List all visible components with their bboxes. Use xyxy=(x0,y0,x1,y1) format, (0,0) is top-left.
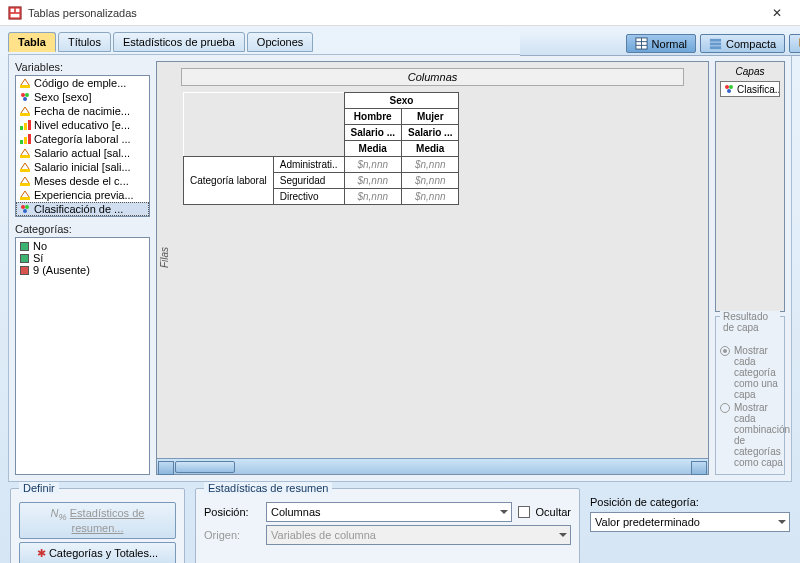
svg-rect-24 xyxy=(20,155,30,158)
tab-tabla[interactable]: Tabla xyxy=(8,32,56,52)
origen-label: Origen: xyxy=(204,529,260,541)
view-compacta-label: Compacta xyxy=(726,38,776,50)
ordinal-icon xyxy=(19,119,31,131)
svg-rect-2 xyxy=(16,8,20,12)
category-item[interactable]: No xyxy=(18,240,147,252)
nominal-icon xyxy=(19,203,31,215)
ordinal-icon xyxy=(19,133,31,145)
svg-rect-1 xyxy=(11,8,15,12)
stats-summary-button[interactable]: N% Estadísticos de resumen... xyxy=(19,502,176,539)
svg-rect-13 xyxy=(20,85,30,88)
scale-icon xyxy=(19,161,31,173)
horizontal-scrollbar[interactable] xyxy=(157,458,708,474)
svg-rect-9 xyxy=(710,43,721,46)
ocultar-checkbox[interactable] xyxy=(518,506,530,518)
layer-result-opt1[interactable]: Mostrar cada categoría como una capa xyxy=(720,345,780,400)
variable-item[interactable]: Nivel educativo [e... xyxy=(16,118,149,132)
layer-variable[interactable]: Clasifica... xyxy=(720,81,780,97)
variables-label: Variables: xyxy=(15,61,150,73)
category-item[interactable]: 9 (Ausente) xyxy=(18,264,147,276)
table-canvas[interactable]: Columnas Filas Sexo HombreMujer Salario … xyxy=(156,61,709,475)
layer-result-legend: Resultado de capa xyxy=(720,311,780,333)
svg-rect-3 xyxy=(11,13,20,17)
row-header-catlaboral: Categoría laboral xyxy=(184,157,274,205)
svg-point-31 xyxy=(725,85,729,89)
svg-point-14 xyxy=(21,93,25,97)
layer-result-fieldset: Resultado de capa Mostrar cada categoría… xyxy=(715,316,785,475)
svg-point-28 xyxy=(21,205,25,209)
category-color-icon xyxy=(20,266,29,275)
variable-item[interactable]: Fecha de nacimie... xyxy=(16,104,149,118)
svg-rect-23 xyxy=(28,134,31,144)
ocultar-label: Ocultar xyxy=(536,506,571,518)
layer-result-opt2[interactable]: Mostrar cada combinación de categorías c… xyxy=(720,402,780,468)
category-color-icon xyxy=(20,242,29,251)
scale-icon xyxy=(19,105,31,117)
variable-item-selected[interactable]: Clasificación de ... xyxy=(16,202,149,216)
categories-totals-button[interactable]: ✱ Categorías y Totales... xyxy=(19,542,176,563)
variable-item[interactable]: Código de emple... xyxy=(16,76,149,90)
svg-rect-21 xyxy=(20,140,23,144)
variable-item[interactable]: Meses desde el c... xyxy=(16,174,149,188)
category-item[interactable]: Sí xyxy=(18,252,147,264)
tab-opciones[interactable]: Opciones xyxy=(247,32,313,52)
view-normal-button[interactable]: Normal xyxy=(626,34,696,53)
posicion-select[interactable]: Columnas xyxy=(266,502,512,522)
col-header-sexo: Sexo xyxy=(344,93,459,109)
variable-item[interactable]: Experiencia previa... xyxy=(16,188,149,202)
svg-point-33 xyxy=(727,89,731,93)
summary-legend: Estadísticas de resumen xyxy=(204,482,332,494)
tab-titulos[interactable]: Títulos xyxy=(58,32,111,52)
nominal-icon xyxy=(19,91,31,103)
svg-rect-17 xyxy=(20,113,30,116)
posicion-label: Posición: xyxy=(204,506,260,518)
definir-fieldset: Definir N% Estadísticos de resumen... ✱ … xyxy=(10,488,185,563)
svg-rect-20 xyxy=(28,120,31,130)
compact-icon xyxy=(709,37,722,50)
layers-panel[interactable]: Capas Clasifica... xyxy=(715,61,785,312)
view-capas-button[interactable]: Capas xyxy=(789,34,800,53)
scale-icon xyxy=(19,175,31,187)
scale-icon xyxy=(19,77,31,89)
svg-point-30 xyxy=(23,209,27,213)
svg-rect-26 xyxy=(20,183,30,186)
variable-item[interactable]: Sexo [sexo] xyxy=(16,90,149,104)
svg-point-32 xyxy=(729,85,733,89)
view-compacta-button[interactable]: Compacta xyxy=(700,34,785,53)
svg-point-15 xyxy=(25,93,29,97)
titlebar: Tablas personalizadas ✕ xyxy=(0,0,800,26)
app-icon xyxy=(8,6,22,20)
layers-title: Capas xyxy=(720,66,780,77)
cat-position-label: Posición de categoría: xyxy=(590,496,790,508)
preview-table: Sexo HombreMujer Salario ...Salario ... … xyxy=(183,92,459,205)
svg-point-16 xyxy=(23,97,27,101)
svg-rect-10 xyxy=(710,46,721,49)
variables-list[interactable]: Código de emple... Sexo [sexo] Fecha de … xyxy=(15,75,150,217)
definir-legend: Definir xyxy=(19,482,59,494)
svg-rect-18 xyxy=(20,126,23,130)
view-toolbar: Normal Compacta Capas xyxy=(520,32,800,56)
scale-icon xyxy=(19,147,31,159)
categories-list[interactable]: No Sí 9 (Ausente) xyxy=(15,237,150,475)
variable-item[interactable]: Salario actual [sal... xyxy=(16,146,149,160)
variable-item[interactable]: Salario inicial [sali... xyxy=(16,160,149,174)
rows-dropzone-label: Filas xyxy=(159,247,170,268)
tab-estadisticos[interactable]: Estadísticos de prueba xyxy=(113,32,245,52)
svg-point-29 xyxy=(25,205,29,209)
nominal-icon xyxy=(723,83,735,95)
svg-rect-8 xyxy=(710,39,721,42)
scale-icon xyxy=(19,189,31,201)
summary-fieldset: Estadísticas de resumen Posición: Column… xyxy=(195,488,580,563)
svg-rect-22 xyxy=(24,137,27,144)
columns-dropzone[interactable]: Columnas xyxy=(181,68,684,86)
window-title: Tablas personalizadas xyxy=(28,7,762,19)
svg-rect-19 xyxy=(24,123,27,130)
svg-rect-27 xyxy=(20,197,30,200)
category-color-icon xyxy=(20,254,29,263)
categories-label: Categorías: xyxy=(15,223,150,235)
cat-position-select[interactable]: Valor predeterminado xyxy=(590,512,790,532)
variable-item[interactable]: Categoría laboral ... xyxy=(16,132,149,146)
close-button[interactable]: ✕ xyxy=(762,3,792,23)
svg-rect-25 xyxy=(20,169,30,172)
view-normal-label: Normal xyxy=(652,38,687,50)
